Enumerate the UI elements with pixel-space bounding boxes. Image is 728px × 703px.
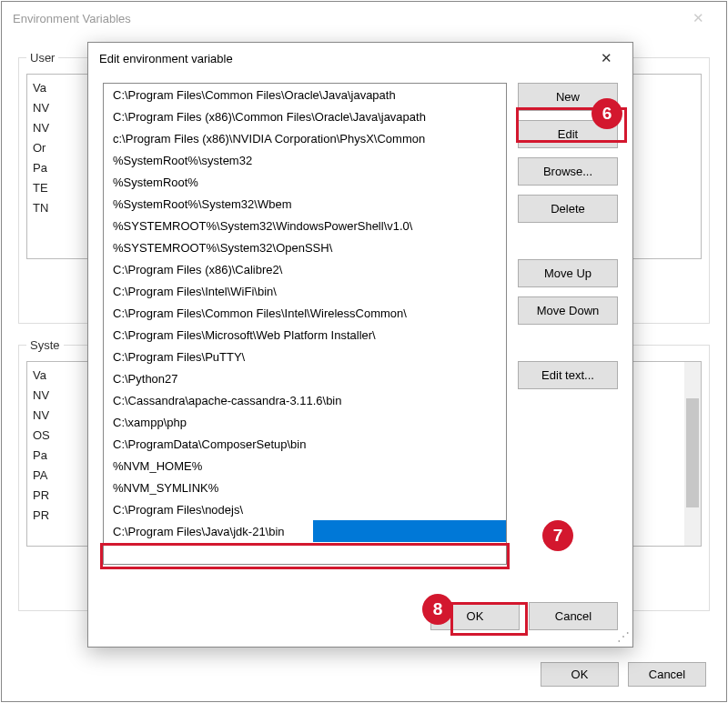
path-items-container: C:\Program Files\Common Files\Oracle\Jav… — [104, 84, 506, 520]
path-item[interactable]: C:\Program Files\Microsoft\Web Platform … — [104, 324, 506, 346]
side-button-column: New Edit Browse... Delete Move Up Move D… — [518, 83, 618, 398]
list-item: PR — [33, 506, 50, 526]
path-item[interactable]: C:\Program Files\Intel\WiFi\bin\ — [104, 280, 506, 302]
close-icon[interactable]: ✕ — [592, 45, 622, 72]
scrollbar-thumb[interactable] — [686, 398, 699, 507]
modal-title: Edit environment variable — [99, 52, 233, 65]
outer-cancel-button[interactable]: Cancel — [628, 662, 706, 687]
system-group-legend: Syste — [26, 338, 64, 352]
list-item: OS — [33, 426, 50, 446]
edit-environment-variable-dialog: Edit environment variable ✕ C:\Program F… — [87, 42, 633, 648]
path-item[interactable]: C:\Program Files\Common Files\Oracle\Jav… — [104, 84, 506, 105]
path-item[interactable]: C:\Program Files (x86)\Common Files\Orac… — [104, 105, 506, 127]
modal-body: C:\Program Files\Common Files\Oracle\Jav… — [88, 74, 632, 647]
list-item: Pa — [33, 158, 49, 178]
list-item: Va — [33, 78, 49, 98]
user-variables-column: VaNVNVOrPaTETN — [33, 75, 49, 218]
path-item[interactable]: c:\Program Files (x86)\NVIDIA Corporatio… — [104, 127, 506, 149]
path-item[interactable]: %SystemRoot% — [104, 171, 506, 193]
list-item: NV — [33, 118, 49, 138]
list-item: NV — [33, 406, 50, 426]
outer-titlebar: Environment Variables ✕ — [2, 2, 726, 35]
path-edit-selection — [313, 520, 506, 542]
path-item[interactable]: C:\Program Files\Common Files\Intel\Wire… — [104, 302, 506, 324]
path-edit-input[interactable] — [104, 520, 313, 542]
browse-button[interactable]: Browse... — [518, 157, 618, 186]
move-down-button[interactable]: Move Down — [518, 296, 618, 325]
delete-button[interactable]: Delete — [518, 195, 618, 223]
path-edit-row — [104, 520, 506, 542]
path-item[interactable]: %SYSTEMROOT%\System32\OpenSSH\ — [104, 236, 506, 258]
path-item[interactable]: C:\Program Files (x86)\Calibre2\ — [104, 258, 506, 280]
move-up-button[interactable]: Move Up — [518, 259, 618, 287]
cancel-button[interactable]: Cancel — [529, 602, 618, 630]
path-item[interactable]: %SYSTEMROOT%\System32\WindowsPowerShell\… — [104, 215, 506, 236]
edit-button[interactable]: Edit — [518, 120, 618, 148]
system-variables-column: VaNVNVOSPaPAPRPR — [33, 362, 50, 526]
path-item[interactable]: %NVM_HOME% — [104, 455, 506, 477]
user-group-legend: User — [26, 51, 58, 65]
list-item: NV — [33, 386, 50, 406]
edit-text-button[interactable]: Edit text... — [518, 361, 618, 389]
list-item: Va — [33, 366, 50, 386]
modal-titlebar: Edit environment variable ✕ — [88, 43, 632, 74]
list-item: PA — [33, 466, 50, 486]
path-item[interactable]: C:\Python27 — [104, 367, 506, 389]
path-item[interactable]: C:\Program Files\nodejs\ — [104, 498, 506, 520]
ok-button[interactable]: OK — [430, 602, 520, 630]
path-item[interactable]: %SystemRoot%\System32\Wbem — [104, 193, 506, 215]
outer-window-title: Environment Variables — [13, 12, 131, 25]
path-item[interactable]: C:\Cassandra\apache-cassandra-3.11.6\bin — [104, 389, 506, 411]
list-item: Pa — [33, 446, 50, 466]
path-item[interactable]: C:\Program Files\PuTTY\ — [104, 346, 506, 367]
path-item[interactable]: C:\ProgramData\ComposerSetup\bin — [104, 433, 506, 455]
path-item[interactable]: C:\xampp\php — [104, 411, 506, 433]
list-item: PR — [33, 486, 50, 506]
outer-ok-button[interactable]: OK — [541, 662, 619, 687]
list-item: NV — [33, 98, 49, 118]
scrollbar[interactable] — [684, 362, 701, 546]
close-icon[interactable]: ✕ — [682, 5, 715, 32]
list-item: Or — [33, 138, 49, 158]
path-item[interactable]: %NVM_SYMLINK% — [104, 477, 506, 498]
outer-bottom-buttons: OK Cancel — [541, 662, 706, 687]
list-item: TN — [33, 198, 49, 218]
list-item: TE — [33, 178, 49, 198]
path-list[interactable]: C:\Program Files\Common Files\Oracle\Jav… — [103, 83, 507, 565]
resize-grip-icon[interactable]: ⋰ — [617, 631, 630, 644]
modal-bottom-buttons: OK Cancel — [430, 602, 618, 630]
path-item[interactable]: %SystemRoot%\system32 — [104, 149, 506, 171]
new-button[interactable]: New — [518, 83, 618, 111]
